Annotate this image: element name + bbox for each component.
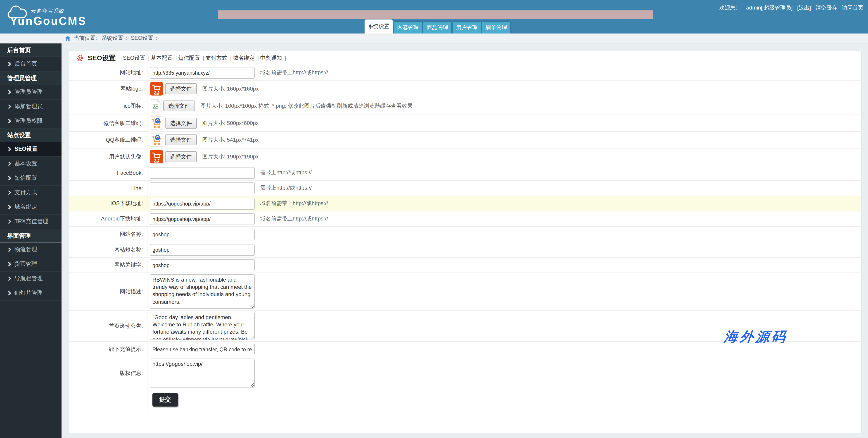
facebook-input[interactable] [150,167,255,179]
sidebar-item-logistics[interactable]: 物流管理 [0,243,62,257]
choose-file-button[interactable]: 选择文件 [165,135,197,145]
sidebar-item-label: 幻灯片管理 [14,289,43,297]
tab-product-management[interactable]: 商品管理 [423,22,452,33]
sidebar-item-payment[interactable]: 支付方式 [0,185,62,200]
sidebar: 后台首页 后台首页 管理员管理 管理员管理 添加管理员 管理员权限 站点设置 [0,43,62,438]
sidebar-item-navbar[interactable]: 导航栏管理 [0,272,62,286]
home-icon[interactable] [65,35,70,41]
home-announcement-textarea[interactable]: "Good day ladies and gentlemen, Welcome … [150,312,255,340]
gear-icon [76,54,84,62]
site-short-name-input[interactable] [150,244,255,256]
form-row-submit: 提交 [69,389,861,410]
form-row-ico: ico图标: 选择文件 图片大小: 100px*100px 格式: *.png;… [69,97,861,115]
form-row-site-name: 网站名称: [69,227,861,242]
panel-link-payment[interactable]: 支付方式 [206,54,233,62]
panel-link-domain[interactable]: 域名绑定 [233,54,260,62]
sidebar-section-site: 站点设置 [0,128,62,142]
tab-system-settings[interactable]: 系统设置 [365,20,393,33]
sidebar-item-admin-perms[interactable]: 管理员权限 [0,114,62,128]
line-input[interactable] [150,182,255,194]
choose-file-button[interactable]: 选择文件 [163,100,195,111]
panel-link-sms[interactable]: 短信配置 [178,54,206,62]
chevron-right-icon [6,262,11,266]
tab-order-management[interactable]: 刷单管理 [482,22,510,33]
field-hint: 域名前需带上http://或https:// [260,69,328,77]
field-label: 首页滚动公告: [69,311,148,341]
sidebar-item-domain[interactable]: 域名绑定 [0,200,62,214]
sidebar-item-label: 导航栏管理 [14,275,43,283]
wechat-qr-thumbnail [150,116,163,130]
copyright-textarea[interactable]: https://gogoshop.vip/ [150,358,255,387]
sidebar-item-label: 物流管理 [14,246,37,254]
field-hint: 图片大小: 100px*100px 格式: *.png; 修改此图片后请强制刷新… [200,102,413,110]
sidebar-item-slideshow[interactable]: 幻灯片管理 [0,286,62,301]
chevron-right-icon [6,162,11,166]
sidebar-item-seo[interactable]: SEO设置 [0,142,62,157]
breadcrumb-item-system[interactable]: 系统设置 [101,34,123,42]
sidebar-item-label: 管理员管理 [14,88,43,96]
sidebar-item-currency[interactable]: 货币管理 [0,257,62,272]
field-label: 网站描述: [69,273,148,310]
panel-link-winning[interactable]: 中奖通知 [260,54,288,62]
main-nav-tabs: 系统设置 内容管理 商品管理 用户管理 刷单管理 [365,20,510,33]
clear-cache-link[interactable]: 清空缓存 [815,4,837,12]
choose-file-button[interactable]: 选择文件 [165,118,197,128]
field-label: Line: [69,181,148,196]
sidebar-item-label: 货币管理 [14,260,37,268]
form-row-copyright: 版权信息: https://gogoshop.vip/ [69,357,861,389]
panel-link-basic[interactable]: 基本配置 [151,54,178,62]
field-hint: 图片大小: 541px*741px [202,136,258,144]
form-row-line: Line: 需带上http://或https:// [69,181,861,196]
sidebar-item-admin-add[interactable]: 添加管理员 [0,99,62,114]
field-hint: 图片大小: 190px*190px [202,153,258,160]
tab-content-management[interactable]: 内容管理 [394,22,422,33]
chevron-right-icon [6,191,11,195]
sidebar-item-basic[interactable]: 基本设置 [0,157,62,171]
chevron-right-icon [6,220,11,224]
sidebar-item-label: 基本设置 [14,160,37,168]
empty-label-cell [69,389,148,410]
tab-user-management[interactable]: 用户管理 [453,22,481,33]
site-keywords-input[interactable] [150,259,255,271]
field-label: 网站logo: [69,81,148,97]
sidebar-item-label: TRX充值管理 [14,218,49,226]
field-hint: 需带上http://或https:// [260,169,312,177]
breadcrumb-separator: > [155,35,158,41]
svg-text:Go: Go [154,92,159,95]
app-logo[interactable]: 云购夺宝系统 YunGouCMS [5,2,69,32]
field-label: 版权信息: [69,357,148,389]
sidebar-section-admin: 管理员管理 [0,71,62,85]
chevron-right-icon [6,176,11,180]
ios-download-input[interactable] [150,198,255,209]
field-label: 网站地址: [69,65,148,80]
form-row-wechat-qr: 微信客服二维码: 选择文件 图片大小: 500px*600px [69,115,861,132]
sidebar-item-label: 短信配置 [14,174,37,182]
sidebar-item-trx[interactable]: TRX充值管理 [0,214,62,229]
offline-recharge-hint-input[interactable] [150,343,255,355]
field-label: QQ客服二维码: [69,132,148,148]
sidebar-item-admin-manage[interactable]: 管理员管理 [0,85,62,99]
breadcrumb-item-seo[interactable]: SEO设置 [131,34,153,42]
site-url-input[interactable] [150,67,255,79]
choose-file-button[interactable]: 选择文件 [165,83,197,94]
site-description-textarea[interactable]: RBWINS is a new, fashionable and trendy … [150,274,255,309]
logout-link[interactable]: [退出] [797,4,811,12]
submit-button[interactable]: 提交 [152,393,178,406]
choose-file-button[interactable]: 选择文件 [165,151,197,162]
panel-link-seo[interactable]: SEO设置 [123,54,151,62]
current-user: admin[ 超级管理员] [746,4,793,12]
chevron-right-icon [6,205,11,209]
sidebar-item-label: 域名绑定 [14,203,37,211]
form-row-site-short-name: 网站短名称: [69,242,861,258]
visit-home-link[interactable]: 访问首页 [842,4,864,12]
android-download-input[interactable] [150,213,255,225]
field-label: 网站关键字: [69,258,148,272]
sidebar-item-home[interactable]: 后台首页 [0,57,62,71]
breadcrumb-label: 当前位置: [74,34,97,42]
field-hint: 域名前需带上http://或https:// [260,215,328,223]
form-row-home-announcement: 首页滚动公告: "Good day ladies and gentlemen, … [69,311,861,342]
site-name-input[interactable] [150,228,255,240]
default-avatar-thumbnail: Go [150,150,163,164]
broken-image-icon [150,99,161,113]
sidebar-item-sms[interactable]: 短信配置 [0,171,62,185]
